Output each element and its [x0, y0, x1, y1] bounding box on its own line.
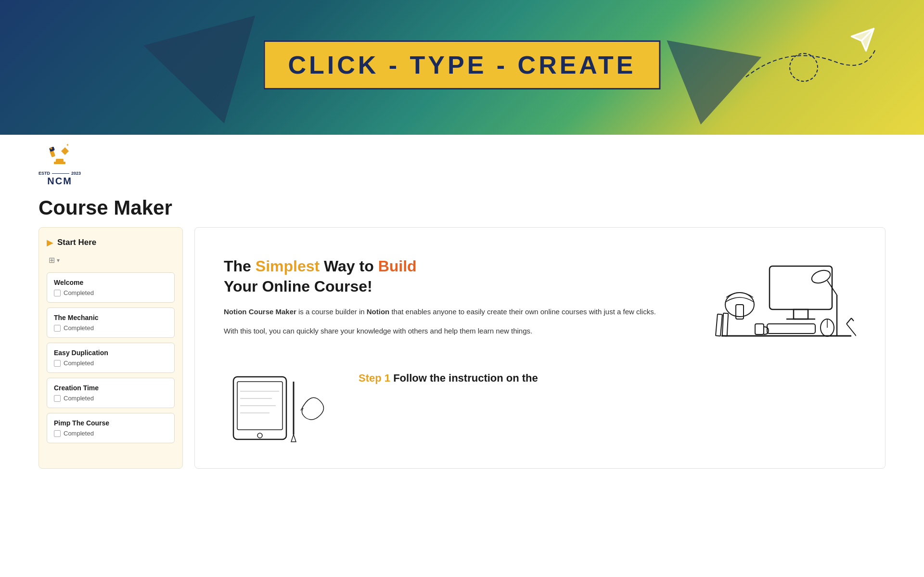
step-text: Follow the instruction on the — [393, 372, 538, 384]
logo-badge: ESTD ———— 2023 — [38, 171, 81, 176]
svg-line-23 — [847, 318, 851, 324]
sidebar-item-welcome[interactable]: Welcome Completed — [47, 272, 175, 303]
banner-title-box: CLICK - TYPE - CREATE — [263, 40, 660, 90]
sidebar-item-checkbox-easy-duplication[interactable] — [54, 360, 61, 367]
svg-rect-10 — [767, 324, 815, 333]
sidebar-view-switcher[interactable]: ⊞ ▾ — [47, 256, 175, 265]
sidebar-item-checkbox-pimp-course[interactable] — [54, 430, 61, 437]
banner-plane-icon — [849, 26, 876, 53]
sidebar-item-status-label-easy-duplication: Completed — [64, 359, 94, 367]
sidebar-item-status-welcome: Completed — [54, 289, 167, 296]
sidebar-item-checkbox-creation-time[interactable] — [54, 395, 61, 402]
banner-decoration-left — [143, 15, 280, 135]
sidebar-item-title-mechanic: The Mechanic — [54, 314, 167, 321]
banner: CLICK - TYPE - CREATE — [0, 0, 924, 135]
step-title: Step 1 Follow the instruction on the — [359, 372, 856, 385]
logo-icon: ✦ ✦ — [48, 142, 72, 171]
hero-title-part1: The — [224, 257, 256, 275]
content-hero-desc1: Notion Course Maker is a course builder … — [224, 306, 673, 318]
desc-brand2: Notion — [367, 308, 389, 316]
sidebar-header-title: Start Here — [57, 238, 96, 247]
svg-line-24 — [851, 318, 854, 321]
sidebar-item-status-pimp-course: Completed — [54, 430, 167, 437]
banner-circle-dashed — [789, 53, 818, 82]
hero-title-part2: Way to — [320, 257, 378, 275]
sidebar-item-status-label-creation-time: Completed — [64, 395, 94, 402]
sidebar-item-mechanic[interactable]: The Mechanic Completed — [47, 308, 175, 338]
svg-rect-18 — [755, 324, 764, 334]
svg-text:✦: ✦ — [66, 143, 69, 147]
content-hero-title: The Simplest Way to Build Your Online Co… — [224, 256, 673, 296]
sidebar-item-status-label-pimp-course: Completed — [64, 430, 94, 437]
sidebar-item-status-mechanic: Completed — [54, 324, 167, 332]
tablet-illustration — [224, 372, 330, 449]
sidebar-chevron-icon[interactable]: ▾ — [57, 257, 60, 264]
svg-rect-1 — [54, 162, 65, 164]
main-layout: ▶ Start Here ⊞ ▾ Welcome Completed The M… — [0, 227, 924, 488]
sidebar-item-checkbox-mechanic[interactable] — [54, 325, 61, 332]
sidebar-item-checkbox-welcome[interactable] — [54, 290, 61, 296]
svg-rect-16 — [716, 314, 722, 336]
sidebar-item-status-label-mechanic: Completed — [64, 324, 94, 332]
svg-rect-7 — [770, 266, 832, 309]
svg-line-22 — [847, 324, 856, 336]
content-hero: The Simplest Way to Build Your Online Co… — [224, 256, 856, 353]
desk-illustration — [693, 256, 856, 353]
sidebar: ▶ Start Here ⊞ ▾ Welcome Completed The M… — [38, 227, 183, 469]
sidebar-item-title-easy-duplication: Easy Duplication — [54, 349, 167, 357]
sidebar-header-icon: ▶ — [47, 237, 53, 248]
sidebar-header: ▶ Start Here — [47, 237, 175, 248]
hero-title-highlight-simplest: Simplest — [256, 257, 320, 275]
step-number: Step 1 — [359, 372, 390, 384]
svg-rect-8 — [794, 309, 808, 319]
sidebar-item-title-welcome: Welcome — [54, 279, 167, 286]
svg-point-27 — [257, 433, 262, 438]
sidebar-item-pimp-course[interactable]: Pimp The Course Completed — [47, 413, 175, 443]
hero-title-highlight-build: Build — [378, 257, 417, 275]
page-title: Course Maker — [0, 187, 924, 227]
sidebar-item-status-easy-duplication: Completed — [54, 359, 167, 367]
sidebar-item-title-creation-time: Creation Time — [54, 384, 167, 392]
sidebar-item-title-pimp-course: Pimp The Course — [54, 419, 167, 427]
content-hero-desc2: With this tool, you can quickly share yo… — [224, 325, 673, 337]
logo-text: NCM — [47, 176, 72, 187]
main-content: The Simplest Way to Build Your Online Co… — [194, 227, 886, 469]
svg-marker-4 — [61, 147, 69, 155]
sidebar-grid-icon[interactable]: ⊞ — [49, 256, 55, 265]
content-bottom: Step 1 Follow the instruction on the — [224, 372, 856, 449]
desc-brand1: Notion Course Maker — [224, 308, 296, 316]
sidebar-item-status-label-welcome: Completed — [64, 289, 94, 296]
content-bottom-text: Step 1 Follow the instruction on the — [359, 372, 856, 385]
hero-title-part3: Your Online Course! — [224, 278, 372, 295]
sidebar-item-easy-duplication[interactable]: Easy Duplication Completed — [47, 343, 175, 373]
sidebar-item-creation-time[interactable]: Creation Time Completed — [47, 378, 175, 408]
sidebar-item-status-creation-time: Completed — [54, 395, 167, 402]
logo-area: ✦ ✦ ESTD ———— 2023 NCM — [0, 135, 924, 187]
svg-text:✦: ✦ — [49, 146, 53, 151]
svg-rect-17 — [722, 313, 728, 336]
banner-title: CLICK - TYPE - CREATE — [288, 51, 636, 79]
logo-box: ✦ ✦ ESTD ———— 2023 NCM — [38, 142, 81, 187]
svg-marker-29 — [291, 435, 296, 442]
content-hero-text: The Simplest Way to Build Your Online Co… — [224, 256, 673, 345]
